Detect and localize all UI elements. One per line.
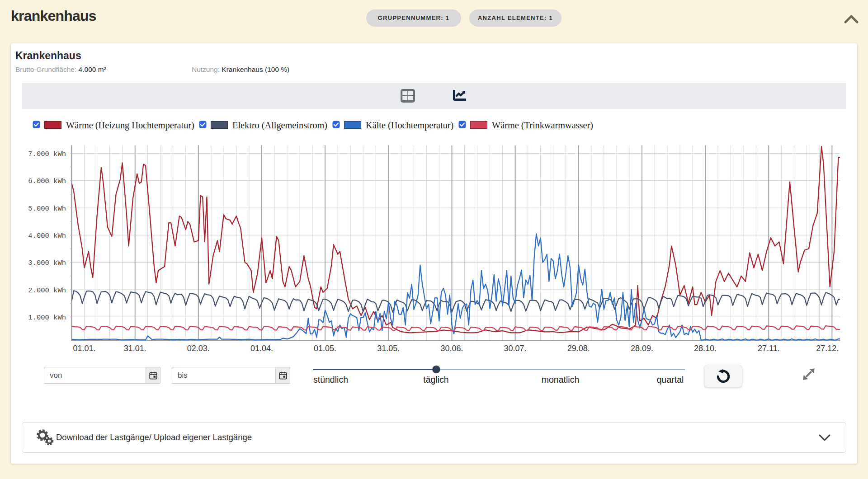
svg-text:5.000 kWh: 5.000 kWh (28, 205, 66, 213)
svg-text:27.12.: 27.12. (816, 344, 839, 353)
svg-text:6.000 kWh: 6.000 kWh (28, 177, 66, 185)
svg-text:täglich: täglich (423, 375, 448, 385)
svg-text:30.07.: 30.07. (504, 344, 527, 353)
svg-text:stündlich: stündlich (313, 375, 348, 385)
svg-text:02.03.: 02.03. (187, 344, 210, 353)
svg-text:01.01.: 01.01. (73, 344, 96, 353)
svg-text:31.01.: 31.01. (124, 344, 146, 353)
svg-text:28.10.: 28.10. (694, 344, 717, 353)
svg-text:2.000 kWh: 2.000 kWh (28, 286, 66, 295)
svg-text:01.04.: 01.04. (250, 344, 273, 353)
svg-text:29.08.: 29.08. (567, 344, 590, 353)
svg-text:3.000 kWh: 3.000 kWh (28, 259, 66, 267)
svg-text:30.06.: 30.06. (440, 344, 463, 353)
svg-text:31.05.: 31.05. (377, 344, 400, 353)
svg-text:4.000 kWh: 4.000 kWh (28, 232, 66, 240)
svg-text:monatlich: monatlich (542, 375, 579, 385)
svg-text:01.05.: 01.05. (314, 344, 336, 353)
svg-text:27.11.: 27.11. (758, 344, 780, 353)
svg-text:1.000 kWh: 1.000 kWh (28, 314, 66, 322)
svg-text:7.000 kWh: 7.000 kWh (28, 150, 66, 158)
svg-text:28.09.: 28.09. (631, 344, 653, 353)
svg-text:quartal: quartal (657, 375, 684, 385)
